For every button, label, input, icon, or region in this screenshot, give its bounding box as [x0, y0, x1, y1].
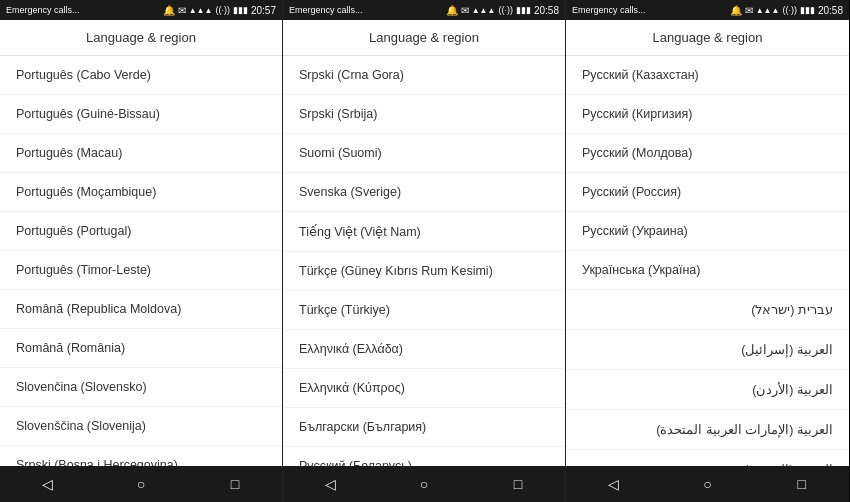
list-item[interactable]: Português (Guiné-Bissau) — [0, 95, 282, 134]
back-button[interactable]: ◁ — [598, 469, 628, 499]
wifi-icon: ((·)) — [782, 5, 797, 15]
notification-icon: 🔔 — [446, 5, 458, 16]
message-icon: ✉ — [178, 5, 186, 16]
list-item[interactable]: Slovenščina (Slovenija) — [0, 407, 282, 446]
list-item[interactable]: Ελληνικά (Κύπρος) — [283, 369, 565, 408]
list-item[interactable]: Slovenčina (Slovensko) — [0, 368, 282, 407]
list-item[interactable]: Română (România) — [0, 329, 282, 368]
status-left: Emergency calls... — [289, 5, 363, 15]
signal-icon: ▲▲▲ — [756, 6, 780, 15]
battery-icon: ▮▮▮ — [800, 5, 815, 15]
list-item[interactable]: Português (Portugal) — [0, 212, 282, 251]
nav-bar: ◁○□ — [283, 466, 565, 502]
list-item-rtl[interactable]: עברית (ישראל) — [566, 290, 849, 330]
section-header: Language & region — [283, 20, 565, 56]
nav-bar: ◁○□ — [0, 466, 282, 502]
battery-icon: ▮▮▮ — [233, 5, 248, 15]
list-item[interactable]: Türkçe (Güney Kıbrıs Rum Kesimi) — [283, 252, 565, 291]
list-item[interactable]: Svenska (Sverige) — [283, 173, 565, 212]
nav-bar: ◁○□ — [566, 466, 849, 502]
language-list: Srpski (Crna Gora)Srpski (Srbija)Suomi (… — [283, 56, 565, 466]
list-item-rtl[interactable]: العربية (البحرين) — [566, 450, 849, 466]
time-display: 20:57 — [251, 5, 276, 16]
list-item[interactable]: Srpski (Srbija) — [283, 95, 565, 134]
list-item[interactable]: Русский (Украина) — [566, 212, 849, 251]
status-bar: Emergency calls... 🔔 ✉ ▲▲▲ ((·)) ▮▮▮ 20:… — [0, 0, 282, 20]
back-button[interactable]: ◁ — [315, 469, 345, 499]
status-right: 🔔 ✉ ▲▲▲ ((·)) ▮▮▮ 20:58 — [730, 5, 843, 16]
wifi-icon: ((·)) — [215, 5, 230, 15]
status-right: 🔔 ✉ ▲▲▲ ((·)) ▮▮▮ 20:57 — [163, 5, 276, 16]
list-item[interactable]: Português (Timor-Leste) — [0, 251, 282, 290]
home-button[interactable]: ○ — [692, 469, 722, 499]
list-item[interactable]: Português (Cabo Verde) — [0, 56, 282, 95]
language-list: Português (Cabo Verde)Português (Guiné-B… — [0, 56, 282, 466]
list-item-rtl[interactable]: العربية (الأردن) — [566, 370, 849, 410]
section-header: Language & region — [0, 20, 282, 56]
home-button[interactable]: ○ — [126, 469, 156, 499]
list-item[interactable]: Русский (Казахстан) — [566, 56, 849, 95]
battery-icon: ▮▮▮ — [516, 5, 531, 15]
recent-button[interactable]: □ — [503, 469, 533, 499]
list-item[interactable]: Tiếng Việt (Việt Nam) — [283, 212, 565, 252]
time-display: 20:58 — [818, 5, 843, 16]
back-button[interactable]: ◁ — [32, 469, 62, 499]
list-item[interactable]: Русский (Беларусь) — [283, 447, 565, 466]
list-item[interactable]: Srpski (Bosna i Hercegovina) — [0, 446, 282, 466]
signal-icon: ▲▲▲ — [189, 6, 213, 15]
list-item[interactable]: Suomi (Suomi) — [283, 134, 565, 173]
message-icon: ✉ — [745, 5, 753, 16]
list-item[interactable]: Português (Macau) — [0, 134, 282, 173]
section-header: Language & region — [566, 20, 849, 56]
time-display: 20:58 — [534, 5, 559, 16]
recent-button[interactable]: □ — [787, 469, 817, 499]
list-item[interactable]: Русский (Молдова) — [566, 134, 849, 173]
panel-2: Emergency calls... 🔔 ✉ ▲▲▲ ((·)) ▮▮▮ 20:… — [283, 0, 566, 502]
panel-3: Emergency calls... 🔔 ✉ ▲▲▲ ((·)) ▮▮▮ 20:… — [566, 0, 849, 502]
message-icon: ✉ — [461, 5, 469, 16]
status-bar: Emergency calls... 🔔 ✉ ▲▲▲ ((·)) ▮▮▮ 20:… — [283, 0, 565, 20]
recent-button[interactable]: □ — [220, 469, 250, 499]
home-button[interactable]: ○ — [409, 469, 439, 499]
list-item[interactable]: Български (България) — [283, 408, 565, 447]
status-bar: Emergency calls... 🔔 ✉ ▲▲▲ ((·)) ▮▮▮ 20:… — [566, 0, 849, 20]
list-item[interactable]: Ελληνικά (Ελλάδα) — [283, 330, 565, 369]
panel-1: Emergency calls... 🔔 ✉ ▲▲▲ ((·)) ▮▮▮ 20:… — [0, 0, 283, 502]
list-item[interactable]: Türkçe (Türkiye) — [283, 291, 565, 330]
status-right: 🔔 ✉ ▲▲▲ ((·)) ▮▮▮ 20:58 — [446, 5, 559, 16]
status-left: Emergency calls... — [572, 5, 646, 15]
list-item[interactable]: Română (Republica Moldova) — [0, 290, 282, 329]
list-item[interactable]: Português (Moçambique) — [0, 173, 282, 212]
notification-icon: 🔔 — [730, 5, 742, 16]
list-item-rtl[interactable]: العربية (إسرائيل) — [566, 330, 849, 370]
status-left: Emergency calls... — [6, 5, 80, 15]
list-item[interactable]: Srpski (Crna Gora) — [283, 56, 565, 95]
notification-icon: 🔔 — [163, 5, 175, 16]
list-item[interactable]: Русский (Киргизия) — [566, 95, 849, 134]
list-item[interactable]: Русский (Россия) — [566, 173, 849, 212]
signal-icon: ▲▲▲ — [472, 6, 496, 15]
list-item-rtl[interactable]: العربية (الإمارات العربية المتحدة) — [566, 410, 849, 450]
wifi-icon: ((·)) — [498, 5, 513, 15]
list-item[interactable]: Українська (Україна) — [566, 251, 849, 290]
language-list: Русский (Казахстан)Русский (Киргизия)Рус… — [566, 56, 849, 466]
